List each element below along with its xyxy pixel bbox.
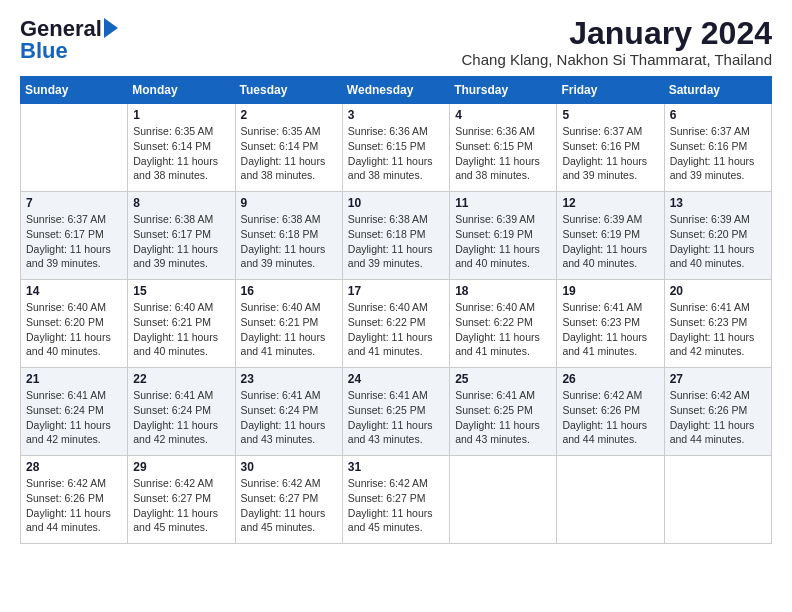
day-cell: 30Sunrise: 6:42 AMSunset: 6:27 PMDayligh… bbox=[235, 456, 342, 544]
day-number: 23 bbox=[241, 372, 337, 386]
day-cell: 4Sunrise: 6:36 AMSunset: 6:15 PMDaylight… bbox=[450, 104, 557, 192]
day-cell: 17Sunrise: 6:40 AMSunset: 6:22 PMDayligh… bbox=[342, 280, 449, 368]
logo: General Blue bbox=[20, 16, 118, 64]
day-number: 2 bbox=[241, 108, 337, 122]
logo-arrow-icon bbox=[104, 18, 118, 38]
day-number: 21 bbox=[26, 372, 122, 386]
day-info: Sunrise: 6:39 AMSunset: 6:19 PMDaylight:… bbox=[455, 212, 551, 271]
weekday-header-saturday: Saturday bbox=[664, 77, 771, 104]
day-cell: 19Sunrise: 6:41 AMSunset: 6:23 PMDayligh… bbox=[557, 280, 664, 368]
day-cell: 21Sunrise: 6:41 AMSunset: 6:24 PMDayligh… bbox=[21, 368, 128, 456]
day-info: Sunrise: 6:40 AMSunset: 6:21 PMDaylight:… bbox=[241, 300, 337, 359]
day-number: 30 bbox=[241, 460, 337, 474]
day-cell: 23Sunrise: 6:41 AMSunset: 6:24 PMDayligh… bbox=[235, 368, 342, 456]
day-number: 15 bbox=[133, 284, 229, 298]
day-info: Sunrise: 6:41 AMSunset: 6:23 PMDaylight:… bbox=[670, 300, 766, 359]
day-info: Sunrise: 6:41 AMSunset: 6:25 PMDaylight:… bbox=[348, 388, 444, 447]
day-number: 26 bbox=[562, 372, 658, 386]
day-cell: 5Sunrise: 6:37 AMSunset: 6:16 PMDaylight… bbox=[557, 104, 664, 192]
day-info: Sunrise: 6:38 AMSunset: 6:18 PMDaylight:… bbox=[241, 212, 337, 271]
day-info: Sunrise: 6:39 AMSunset: 6:19 PMDaylight:… bbox=[562, 212, 658, 271]
day-info: Sunrise: 6:41 AMSunset: 6:23 PMDaylight:… bbox=[562, 300, 658, 359]
day-info: Sunrise: 6:42 AMSunset: 6:26 PMDaylight:… bbox=[26, 476, 122, 535]
day-cell: 20Sunrise: 6:41 AMSunset: 6:23 PMDayligh… bbox=[664, 280, 771, 368]
day-number: 5 bbox=[562, 108, 658, 122]
calendar-title: January 2024 bbox=[462, 16, 772, 51]
day-number: 3 bbox=[348, 108, 444, 122]
day-info: Sunrise: 6:35 AMSunset: 6:14 PMDaylight:… bbox=[241, 124, 337, 183]
day-number: 31 bbox=[348, 460, 444, 474]
day-info: Sunrise: 6:38 AMSunset: 6:18 PMDaylight:… bbox=[348, 212, 444, 271]
day-number: 28 bbox=[26, 460, 122, 474]
day-info: Sunrise: 6:38 AMSunset: 6:17 PMDaylight:… bbox=[133, 212, 229, 271]
day-info: Sunrise: 6:40 AMSunset: 6:22 PMDaylight:… bbox=[348, 300, 444, 359]
day-cell: 29Sunrise: 6:42 AMSunset: 6:27 PMDayligh… bbox=[128, 456, 235, 544]
day-cell: 25Sunrise: 6:41 AMSunset: 6:25 PMDayligh… bbox=[450, 368, 557, 456]
day-info: Sunrise: 6:37 AMSunset: 6:17 PMDaylight:… bbox=[26, 212, 122, 271]
day-cell: 9Sunrise: 6:38 AMSunset: 6:18 PMDaylight… bbox=[235, 192, 342, 280]
day-number: 7 bbox=[26, 196, 122, 210]
day-cell: 11Sunrise: 6:39 AMSunset: 6:19 PMDayligh… bbox=[450, 192, 557, 280]
day-info: Sunrise: 6:42 AMSunset: 6:26 PMDaylight:… bbox=[670, 388, 766, 447]
day-cell: 18Sunrise: 6:40 AMSunset: 6:22 PMDayligh… bbox=[450, 280, 557, 368]
day-number: 14 bbox=[26, 284, 122, 298]
day-number: 19 bbox=[562, 284, 658, 298]
day-info: Sunrise: 6:40 AMSunset: 6:22 PMDaylight:… bbox=[455, 300, 551, 359]
day-cell: 26Sunrise: 6:42 AMSunset: 6:26 PMDayligh… bbox=[557, 368, 664, 456]
day-cell bbox=[450, 456, 557, 544]
day-cell: 3Sunrise: 6:36 AMSunset: 6:15 PMDaylight… bbox=[342, 104, 449, 192]
weekday-header-thursday: Thursday bbox=[450, 77, 557, 104]
weekday-header-sunday: Sunday bbox=[21, 77, 128, 104]
title-block: January 2024 Chang Klang, Nakhon Si Tham… bbox=[462, 16, 772, 68]
day-number: 1 bbox=[133, 108, 229, 122]
weekday-header-monday: Monday bbox=[128, 77, 235, 104]
day-info: Sunrise: 6:36 AMSunset: 6:15 PMDaylight:… bbox=[455, 124, 551, 183]
day-cell: 1Sunrise: 6:35 AMSunset: 6:14 PMDaylight… bbox=[128, 104, 235, 192]
day-cell: 8Sunrise: 6:38 AMSunset: 6:17 PMDaylight… bbox=[128, 192, 235, 280]
day-info: Sunrise: 6:42 AMSunset: 6:27 PMDaylight:… bbox=[348, 476, 444, 535]
day-number: 12 bbox=[562, 196, 658, 210]
day-info: Sunrise: 6:35 AMSunset: 6:14 PMDaylight:… bbox=[133, 124, 229, 183]
day-number: 20 bbox=[670, 284, 766, 298]
day-cell: 6Sunrise: 6:37 AMSunset: 6:16 PMDaylight… bbox=[664, 104, 771, 192]
day-cell bbox=[21, 104, 128, 192]
day-cell bbox=[664, 456, 771, 544]
day-info: Sunrise: 6:37 AMSunset: 6:16 PMDaylight:… bbox=[670, 124, 766, 183]
day-cell: 14Sunrise: 6:40 AMSunset: 6:20 PMDayligh… bbox=[21, 280, 128, 368]
day-number: 22 bbox=[133, 372, 229, 386]
day-number: 11 bbox=[455, 196, 551, 210]
day-info: Sunrise: 6:41 AMSunset: 6:24 PMDaylight:… bbox=[26, 388, 122, 447]
day-info: Sunrise: 6:40 AMSunset: 6:20 PMDaylight:… bbox=[26, 300, 122, 359]
weekday-header-tuesday: Tuesday bbox=[235, 77, 342, 104]
day-cell: 31Sunrise: 6:42 AMSunset: 6:27 PMDayligh… bbox=[342, 456, 449, 544]
day-info: Sunrise: 6:36 AMSunset: 6:15 PMDaylight:… bbox=[348, 124, 444, 183]
day-number: 8 bbox=[133, 196, 229, 210]
day-cell: 27Sunrise: 6:42 AMSunset: 6:26 PMDayligh… bbox=[664, 368, 771, 456]
day-info: Sunrise: 6:39 AMSunset: 6:20 PMDaylight:… bbox=[670, 212, 766, 271]
logo-blue: Blue bbox=[20, 38, 68, 64]
calendar-table: SundayMondayTuesdayWednesdayThursdayFrid… bbox=[20, 76, 772, 544]
day-cell: 13Sunrise: 6:39 AMSunset: 6:20 PMDayligh… bbox=[664, 192, 771, 280]
day-info: Sunrise: 6:37 AMSunset: 6:16 PMDaylight:… bbox=[562, 124, 658, 183]
day-cell: 15Sunrise: 6:40 AMSunset: 6:21 PMDayligh… bbox=[128, 280, 235, 368]
day-number: 27 bbox=[670, 372, 766, 386]
day-cell bbox=[557, 456, 664, 544]
weekday-header-friday: Friday bbox=[557, 77, 664, 104]
day-cell: 12Sunrise: 6:39 AMSunset: 6:19 PMDayligh… bbox=[557, 192, 664, 280]
day-cell: 16Sunrise: 6:40 AMSunset: 6:21 PMDayligh… bbox=[235, 280, 342, 368]
day-cell: 22Sunrise: 6:41 AMSunset: 6:24 PMDayligh… bbox=[128, 368, 235, 456]
day-number: 10 bbox=[348, 196, 444, 210]
day-number: 13 bbox=[670, 196, 766, 210]
day-cell: 7Sunrise: 6:37 AMSunset: 6:17 PMDaylight… bbox=[21, 192, 128, 280]
day-number: 24 bbox=[348, 372, 444, 386]
week-row-1: 1Sunrise: 6:35 AMSunset: 6:14 PMDaylight… bbox=[21, 104, 772, 192]
day-number: 4 bbox=[455, 108, 551, 122]
week-row-4: 21Sunrise: 6:41 AMSunset: 6:24 PMDayligh… bbox=[21, 368, 772, 456]
day-number: 6 bbox=[670, 108, 766, 122]
day-cell: 28Sunrise: 6:42 AMSunset: 6:26 PMDayligh… bbox=[21, 456, 128, 544]
day-cell: 2Sunrise: 6:35 AMSunset: 6:14 PMDaylight… bbox=[235, 104, 342, 192]
day-info: Sunrise: 6:42 AMSunset: 6:26 PMDaylight:… bbox=[562, 388, 658, 447]
page-header: General Blue January 2024 Chang Klang, N… bbox=[20, 16, 772, 68]
day-info: Sunrise: 6:41 AMSunset: 6:25 PMDaylight:… bbox=[455, 388, 551, 447]
day-number: 25 bbox=[455, 372, 551, 386]
